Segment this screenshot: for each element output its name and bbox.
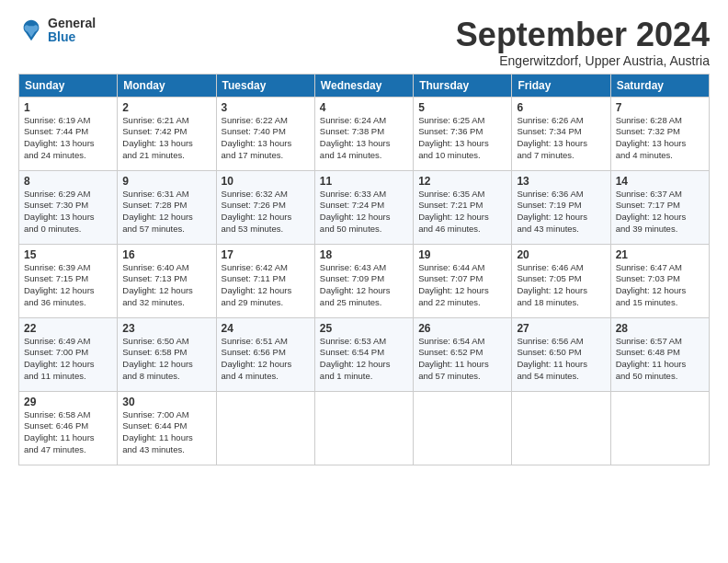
calendar-day-cell: 11Sunrise: 6:33 AMSunset: 7:24 PMDayligh… [314,170,413,244]
day-detail: Sunrise: 6:33 AMSunset: 7:24 PMDaylight:… [320,189,408,236]
column-header-friday: Friday [512,74,610,97]
calendar-day-cell: 9Sunrise: 6:31 AMSunset: 7:28 PMDaylight… [118,170,216,244]
day-detail: Sunrise: 6:44 AMSunset: 7:07 PMDaylight:… [418,262,506,309]
day-number: 17 [222,248,310,261]
day-number: 6 [517,101,605,114]
day-detail: Sunrise: 6:35 AMSunset: 7:21 PMDaylight:… [418,189,506,236]
calendar-day-cell: 2Sunrise: 6:21 AMSunset: 7:42 PMDaylight… [118,97,216,170]
day-number: 18 [320,248,408,261]
empty-cell [314,391,413,465]
day-number: 4 [320,101,408,114]
calendar-day-cell: 29Sunrise: 6:58 AMSunset: 6:46 PMDayligh… [19,391,118,465]
calendar-week-row: 29Sunrise: 6:58 AMSunset: 6:46 PMDayligh… [19,391,710,465]
day-number: 26 [418,322,506,335]
day-number: 28 [616,322,704,335]
location-subtitle: Engerwitzdorf, Upper Austria, Austria [456,53,710,68]
logo-general-text: General [48,17,96,30]
day-detail: Sunrise: 6:19 AMSunset: 7:44 PMDaylight:… [24,115,112,162]
day-number: 9 [122,175,210,188]
calendar-page: General Blue September 2024 Engerwitzdor… [0,0,728,475]
day-number: 3 [222,101,310,114]
day-number: 13 [517,175,605,188]
header: General Blue September 2024 Engerwitzdor… [18,17,710,68]
calendar-day-cell: 8Sunrise: 6:29 AMSunset: 7:30 PMDaylight… [19,170,118,244]
day-detail: Sunrise: 6:36 AMSunset: 7:19 PMDaylight:… [517,189,605,236]
day-detail: Sunrise: 6:51 AMSunset: 6:56 PMDaylight:… [222,336,310,383]
month-title: September 2024 [456,17,710,53]
day-number: 5 [418,101,506,114]
calendar-day-cell: 28Sunrise: 6:57 AMSunset: 6:48 PMDayligh… [610,317,709,391]
day-detail: Sunrise: 6:26 AMSunset: 7:34 PMDaylight:… [517,115,605,162]
calendar-day-cell: 6Sunrise: 6:26 AMSunset: 7:34 PMDaylight… [512,97,610,170]
empty-cell [610,391,709,465]
column-header-sunday: Sunday [19,74,118,97]
calendar-day-cell: 19Sunrise: 6:44 AMSunset: 7:07 PMDayligh… [414,244,512,317]
calendar-day-cell: 4Sunrise: 6:24 AMSunset: 7:38 PMDaylight… [314,97,413,170]
day-number: 21 [616,248,704,261]
day-number: 14 [616,175,704,188]
calendar-day-cell: 10Sunrise: 6:32 AMSunset: 7:26 PMDayligh… [216,170,314,244]
logo-text: General Blue [48,17,96,45]
calendar-day-cell: 20Sunrise: 6:46 AMSunset: 7:05 PMDayligh… [512,244,610,317]
calendar-day-cell: 16Sunrise: 6:40 AMSunset: 7:13 PMDayligh… [118,244,216,317]
calendar-week-row: 22Sunrise: 6:49 AMSunset: 7:00 PMDayligh… [19,317,710,391]
calendar-day-cell: 17Sunrise: 6:42 AMSunset: 7:11 PMDayligh… [216,244,314,317]
logo-icon [18,17,44,43]
calendar-day-cell: 23Sunrise: 6:50 AMSunset: 6:58 PMDayligh… [118,317,216,391]
day-detail: Sunrise: 6:53 AMSunset: 6:54 PMDaylight:… [320,336,408,383]
day-number: 12 [418,175,506,188]
calendar-day-cell: 26Sunrise: 6:54 AMSunset: 6:52 PMDayligh… [414,317,512,391]
day-detail: Sunrise: 6:32 AMSunset: 7:26 PMDaylight:… [222,189,310,236]
calendar-day-cell: 27Sunrise: 6:56 AMSunset: 6:50 PMDayligh… [512,317,610,391]
day-number: 7 [616,101,704,114]
calendar-week-row: 1Sunrise: 6:19 AMSunset: 7:44 PMDaylight… [19,97,710,170]
calendar-day-cell: 15Sunrise: 6:39 AMSunset: 7:15 PMDayligh… [19,244,118,317]
calendar-day-cell: 14Sunrise: 6:37 AMSunset: 7:17 PMDayligh… [610,170,709,244]
day-detail: Sunrise: 6:49 AMSunset: 7:00 PMDaylight:… [24,336,112,383]
calendar-day-cell: 24Sunrise: 6:51 AMSunset: 6:56 PMDayligh… [216,317,314,391]
day-number: 24 [222,322,310,335]
day-number: 20 [517,248,605,261]
day-number: 8 [24,175,112,188]
day-number: 19 [418,248,506,261]
day-number: 11 [320,175,408,188]
day-detail: Sunrise: 6:39 AMSunset: 7:15 PMDaylight:… [24,262,112,309]
day-detail: Sunrise: 6:25 AMSunset: 7:36 PMDaylight:… [418,115,506,162]
day-detail: Sunrise: 6:43 AMSunset: 7:09 PMDaylight:… [320,262,408,309]
calendar-week-row: 8Sunrise: 6:29 AMSunset: 7:30 PMDaylight… [19,170,710,244]
day-number: 30 [122,396,210,408]
logo: General Blue [18,17,96,45]
column-header-wednesday: Wednesday [314,74,413,97]
empty-cell [512,391,610,465]
day-number: 23 [122,322,210,335]
calendar-day-cell: 18Sunrise: 6:43 AMSunset: 7:09 PMDayligh… [314,244,413,317]
day-number: 27 [517,322,605,335]
day-number: 10 [222,175,310,188]
day-number: 2 [122,101,210,114]
empty-cell [414,391,512,465]
calendar-day-cell: 3Sunrise: 6:22 AMSunset: 7:40 PMDaylight… [216,97,314,170]
day-number: 1 [24,101,112,114]
calendar-header-row: SundayMondayTuesdayWednesdayThursdayFrid… [19,74,710,97]
calendar-day-cell: 13Sunrise: 6:36 AMSunset: 7:19 PMDayligh… [512,170,610,244]
logo-blue-text: Blue [48,30,96,44]
day-detail: Sunrise: 7:00 AMSunset: 6:44 PMDaylight:… [122,409,210,456]
day-detail: Sunrise: 6:40 AMSunset: 7:13 PMDaylight:… [122,262,210,309]
column-header-monday: Monday [118,74,216,97]
day-detail: Sunrise: 6:47 AMSunset: 7:03 PMDaylight:… [616,262,704,309]
day-number: 15 [24,248,112,261]
day-detail: Sunrise: 6:21 AMSunset: 7:42 PMDaylight:… [122,115,210,162]
day-number: 22 [24,322,112,335]
day-detail: Sunrise: 6:58 AMSunset: 6:46 PMDaylight:… [24,409,112,456]
calendar-day-cell: 22Sunrise: 6:49 AMSunset: 7:00 PMDayligh… [19,317,118,391]
calendar-day-cell: 1Sunrise: 6:19 AMSunset: 7:44 PMDaylight… [19,97,118,170]
calendar-day-cell: 21Sunrise: 6:47 AMSunset: 7:03 PMDayligh… [610,244,709,317]
calendar-table: SundayMondayTuesdayWednesdayThursdayFrid… [18,74,710,465]
calendar-day-cell: 25Sunrise: 6:53 AMSunset: 6:54 PMDayligh… [314,317,413,391]
day-detail: Sunrise: 6:50 AMSunset: 6:58 PMDaylight:… [122,336,210,383]
column-header-thursday: Thursday [414,74,512,97]
day-number: 16 [122,248,210,261]
day-number: 29 [24,396,112,408]
day-detail: Sunrise: 6:56 AMSunset: 6:50 PMDaylight:… [517,336,605,383]
day-detail: Sunrise: 6:54 AMSunset: 6:52 PMDaylight:… [418,336,506,383]
